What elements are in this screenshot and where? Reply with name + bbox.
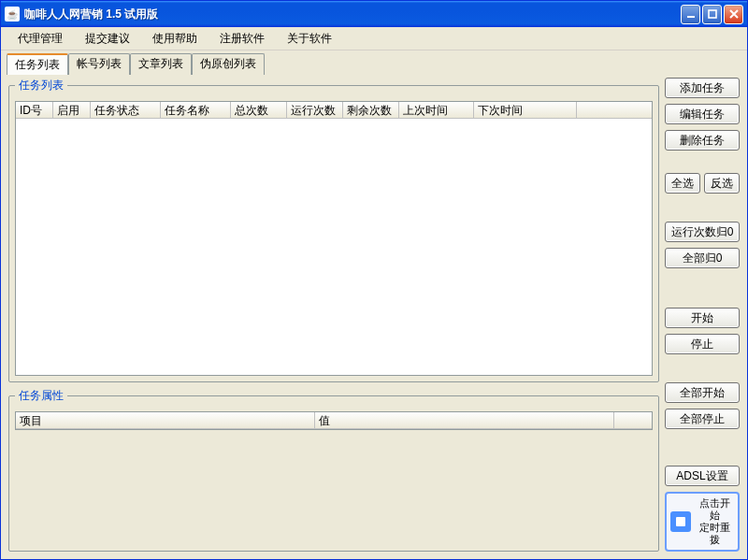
add-task-button[interactable]: 添加任务	[665, 78, 740, 98]
app-icon: ☕	[5, 7, 20, 22]
prop-col-0[interactable]: 项目	[16, 412, 315, 428]
invert-select-button[interactable]: 反选	[704, 173, 740, 194]
stop-icon	[670, 511, 691, 532]
adsl-redial-button[interactable]: 点击开始定时重拨	[665, 492, 740, 552]
start-button[interactable]: 开始	[665, 308, 740, 328]
menu-proxy[interactable]: 代理管理	[7, 28, 74, 50]
svg-rect-0	[687, 16, 695, 18]
menu-about[interactable]: 关于软件	[276, 28, 343, 50]
tab-articles[interactable]: 文章列表	[130, 53, 192, 75]
titlebar: ☕ 咖啡人人网营销 1.5 试用版	[1, 1, 747, 27]
task-props-legend: 任务属性	[15, 388, 67, 404]
stop-all-button[interactable]: 全部停止	[665, 409, 740, 429]
task-list-legend: 任务列表	[15, 78, 67, 93]
tab-tasks[interactable]: 任务列表	[7, 53, 68, 75]
menu-register[interactable]: 注册软件	[209, 28, 276, 50]
reset-runcount-button[interactable]: 运行次数归0	[665, 222, 740, 242]
task-col-1[interactable]: 启用	[53, 102, 91, 118]
task-table[interactable]: ID号启用任务状态任务名称总次数运行次数剩余次数上次时间下次时间	[15, 101, 653, 376]
menu-feedback[interactable]: 提交建议	[74, 28, 141, 50]
reset-all-button[interactable]: 全部归0	[665, 248, 740, 268]
task-col-5[interactable]: 运行次数	[287, 102, 343, 118]
edit-task-button[interactable]: 编辑任务	[665, 104, 740, 124]
task-col-0[interactable]: ID号	[16, 102, 53, 118]
task-col-8[interactable]: 下次时间	[474, 102, 577, 118]
select-all-button[interactable]: 全选	[665, 173, 700, 194]
task-col-7[interactable]: 上次时间	[399, 102, 474, 118]
tab-accounts[interactable]: 帐号列表	[68, 53, 130, 75]
task-col-2[interactable]: 任务状态	[91, 102, 161, 118]
minimize-button[interactable]	[681, 5, 700, 24]
stop-button[interactable]: 停止	[665, 334, 740, 354]
svg-rect-1	[709, 10, 716, 18]
side-buttons: 添加任务 编辑任务 删除任务 全选 反选 运行次数归0 全部归0 开始 停止 全…	[665, 78, 740, 552]
start-all-button[interactable]: 全部开始	[665, 382, 740, 403]
prop-col-1[interactable]: 值	[315, 412, 614, 428]
close-button[interactable]	[724, 5, 743, 24]
adsl-settings-button[interactable]: ADSL设置	[665, 466, 740, 486]
window-title: 咖啡人人网营销 1.5 试用版	[24, 7, 681, 22]
task-col-4[interactable]: 总次数	[231, 102, 287, 118]
adsl-redial-label: 点击开始定时重拨	[695, 497, 734, 546]
delete-task-button[interactable]: 删除任务	[665, 130, 740, 151]
task-col-3[interactable]: 任务名称	[161, 102, 231, 118]
props-table[interactable]: 项目值	[15, 411, 653, 430]
maximize-button[interactable]	[702, 5, 722, 24]
task-list-group: 任务列表 ID号启用任务状态任务名称总次数运行次数剩余次数上次时间下次时间	[8, 78, 659, 382]
tabs: 任务列表 帐号列表 文章列表 伪原创列表	[1, 50, 747, 74]
menu-help[interactable]: 使用帮助	[141, 28, 209, 50]
tab-pseudo[interactable]: 伪原创列表	[192, 53, 265, 75]
menubar: 代理管理 提交建议 使用帮助 注册软件 关于软件	[1, 27, 747, 50]
task-props-group: 任务属性 项目值	[8, 388, 659, 552]
task-col-6[interactable]: 剩余次数	[343, 102, 399, 118]
